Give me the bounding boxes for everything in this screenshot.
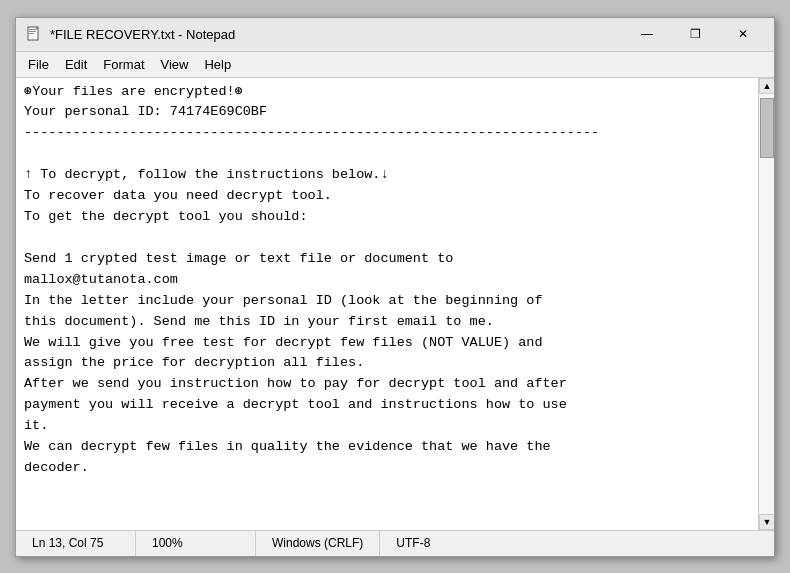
menu-format[interactable]: Format [95, 54, 152, 75]
maximize-button[interactable]: ❐ [672, 19, 718, 49]
scroll-up-arrow[interactable]: ▲ [759, 78, 774, 94]
menu-file[interactable]: File [20, 54, 57, 75]
svg-rect-3 [29, 33, 34, 34]
menu-bar: File Edit Format View Help [16, 52, 774, 78]
vertical-scrollbar[interactable]: ▲ ▼ [758, 78, 774, 530]
window-controls: — ❐ ✕ [624, 19, 766, 49]
scroll-track[interactable] [759, 94, 774, 514]
app-icon [24, 24, 44, 44]
status-line-ending: Windows (CRLF) [256, 531, 380, 556]
scroll-down-arrow[interactable]: ▼ [759, 514, 774, 530]
status-zoom: 100% [136, 531, 256, 556]
status-encoding: UTF-8 [380, 531, 500, 556]
menu-help[interactable]: Help [196, 54, 239, 75]
editor-area: ⊛Your files are encrypted!⊛ Your persona… [16, 78, 774, 530]
status-bar: Ln 13, Col 75 100% Windows (CRLF) UTF-8 [16, 530, 774, 556]
title-bar: *FILE RECOVERY.txt - Notepad — ❐ ✕ [16, 18, 774, 52]
window-title: *FILE RECOVERY.txt - Notepad [50, 27, 624, 42]
close-button[interactable]: ✕ [720, 19, 766, 49]
scrollbar-area: ⊛Your files are encrypted!⊛ Your persona… [16, 78, 758, 530]
svg-rect-2 [29, 31, 36, 32]
notepad-window: *FILE RECOVERY.txt - Notepad — ❐ ✕ File … [15, 17, 775, 557]
status-ln-col: Ln 13, Col 75 [16, 531, 136, 556]
menu-edit[interactable]: Edit [57, 54, 95, 75]
menu-view[interactable]: View [153, 54, 197, 75]
text-editor[interactable]: ⊛Your files are encrypted!⊛ Your persona… [16, 78, 758, 530]
svg-rect-1 [29, 29, 36, 30]
scroll-thumb[interactable] [760, 98, 774, 158]
minimize-button[interactable]: — [624, 19, 670, 49]
